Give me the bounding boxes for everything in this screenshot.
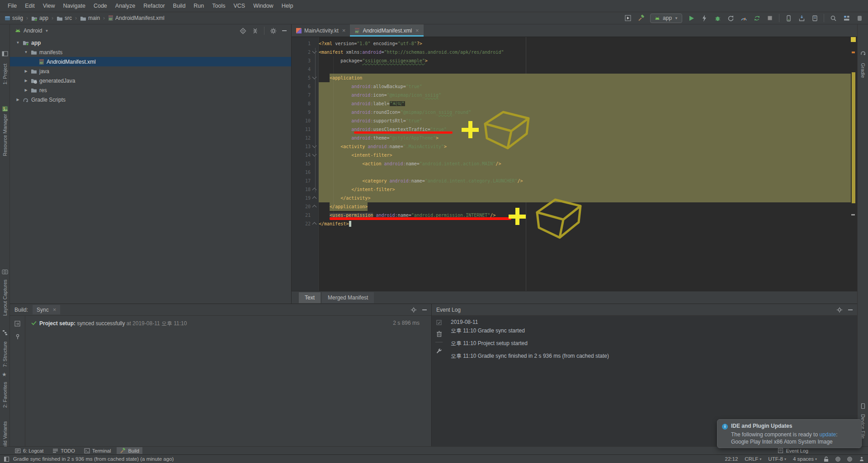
tree-item-res[interactable]: ▶res [10, 85, 291, 95]
gear-icon[interactable] [410, 307, 417, 313]
profiler-icon[interactable] [740, 14, 748, 22]
editor-tab-androidmanifest-xml[interactable]: MFAndroidManifest.xml× [350, 24, 423, 37]
tool-window-switcher-icon[interactable] [4, 456, 9, 462]
gear-icon[interactable] [836, 307, 843, 313]
close-icon[interactable]: × [342, 27, 346, 34]
event-log-entry[interactable]: 오후 11:10 Project setup started [451, 340, 609, 348]
code-line-18[interactable]: </intent-filter> [319, 185, 851, 194]
tree-collapsed-arrow[interactable]: ▶ [15, 98, 20, 102]
breadcrumb-item[interactable]: ssiig [5, 15, 23, 21]
sidebar-item-project[interactable]: 1: Project [2, 64, 8, 84]
sidebar-item-gradle[interactable]: Gradle [860, 63, 866, 78]
pin-icon[interactable] [14, 333, 21, 340]
project-view-selector[interactable]: Android [24, 28, 42, 34]
gear-icon[interactable] [270, 28, 277, 34]
menu-tools[interactable]: Tools [208, 3, 229, 9]
code-line-8[interactable]: android:label="씨익" [319, 99, 851, 108]
scrollbar-change-marker[interactable] [851, 37, 856, 42]
status-message[interactable]: Gradle sync finished in 2 s 936 ms (from… [13, 456, 174, 462]
reader-mode-icon[interactable] [859, 456, 864, 462]
breadcrumb-item[interactable]: main [80, 15, 100, 21]
tree-item-androidmanifest-xml[interactable]: MFAndroidManifest.xml [10, 57, 291, 66]
close-icon[interactable]: × [53, 306, 57, 313]
code-line-17[interactable]: <category android:name="android.intent.c… [319, 177, 851, 185]
code-line-3[interactable]: package="ssiigcom.ssiigexample"> [319, 56, 851, 65]
breadcrumb-item[interactable]: app [31, 15, 48, 21]
lock-icon[interactable] [824, 456, 829, 462]
menu-vcs[interactable]: VCS [229, 3, 249, 9]
resource-manager-icon[interactable] [2, 106, 8, 112]
search-everywhere-icon[interactable] [829, 14, 837, 22]
menu-help[interactable]: Help [278, 3, 297, 9]
build-hammer-icon[interactable] [637, 14, 645, 22]
stop-icon[interactable] [766, 14, 774, 22]
scrollbar-caret-marker[interactable] [851, 214, 855, 215]
fold-collapse-icon[interactable] [312, 144, 317, 149]
event-log-entry[interactable]: 오후 11:10 Gradle sync finished in 2 s 936… [451, 352, 609, 360]
tree-item-manifests[interactable]: ▼manifests [10, 47, 291, 57]
tree-item-java[interactable]: ▶java [10, 66, 291, 76]
device-file-tool-icon[interactable] [860, 403, 866, 409]
run-icon[interactable] [687, 14, 695, 22]
code-editor-area[interactable]: 12345678910111213141516171819202122 <?xm… [292, 37, 857, 291]
code-line-5[interactable]: <application [319, 74, 851, 82]
apply-changes-icon[interactable] [700, 14, 708, 22]
tree-expanded-arrow[interactable]: ▼ [15, 41, 20, 45]
wrench-icon[interactable] [436, 347, 442, 354]
code-line-6[interactable]: android:allowBackup="true" [319, 82, 851, 91]
sidebar-item-layout-captures[interactable]: Layout Captures [2, 280, 8, 316]
fold-expand-icon[interactable] [312, 204, 317, 209]
trash-icon[interactable] [436, 331, 442, 337]
hide-panel-icon[interactable] [282, 30, 287, 31]
tree-item-generatedjava[interactable]: ▶generatedJava [10, 76, 291, 85]
editor-tab-mainactivity-kt[interactable]: MainActivity.kt× [292, 24, 350, 37]
fold-expand-icon[interactable] [312, 221, 317, 226]
debug-icon[interactable] [713, 14, 722, 22]
gradle-tool-icon[interactable] [860, 50, 866, 56]
gradle-daemon-status-icon[interactable] [835, 457, 840, 462]
run-configuration-select[interactable]: app ▼ [650, 14, 682, 23]
project-tool-icon[interactable] [2, 51, 8, 57]
menu-navigate[interactable]: Navigate [59, 3, 90, 9]
tool-window-button-todo[interactable]: TODO [49, 447, 78, 454]
sync-gradle-icon[interactable] [753, 14, 761, 22]
tool-window-button-6-logcat[interactable]: 6: Logcat [12, 447, 47, 454]
hide-panel-icon[interactable] [422, 309, 427, 310]
tree-expanded-arrow[interactable]: ▼ [24, 50, 28, 54]
encoding-selector[interactable]: UTF-8▾ [768, 456, 786, 462]
code-line-10[interactable]: android:supportsRtl="true" [319, 117, 851, 125]
menu-window[interactable]: Window [249, 3, 277, 9]
menu-run[interactable]: Run [189, 3, 208, 9]
breadcrumb-item[interactable]: MFAndroidManifest.xml [108, 15, 165, 21]
notifications-icon[interactable] [855, 14, 863, 22]
tool-window-button-terminal[interactable]: Terminal [81, 447, 114, 454]
code-line-7[interactable]: android:icon="@mipmap/icon_ssiig" [319, 91, 851, 99]
fold-collapse-icon[interactable] [312, 75, 317, 80]
code-line-12[interactable]: android:theme="@style/AppTheme"> [319, 134, 851, 142]
tool-window-button-event-log[interactable]: Event Log [778, 448, 808, 454]
hide-panel-icon[interactable] [848, 309, 853, 310]
code-line-1[interactable]: <?xml version="1.0" encoding="utf-8"?> [319, 39, 851, 48]
close-icon[interactable]: × [415, 27, 419, 34]
menu-analyze[interactable]: Analyze [111, 3, 139, 9]
layout-captures-icon[interactable] [2, 268, 8, 275]
menu-file[interactable]: File [4, 3, 21, 9]
tab-sync[interactable]: Sync × [33, 305, 60, 314]
tree-collapsed-arrow[interactable]: ▶ [24, 69, 28, 73]
code-line-9[interactable]: android:roundIcon="@mipmap/icon_ssiig_ro… [319, 108, 851, 117]
menu-edit[interactable]: Edit [21, 3, 39, 9]
show-output-icon[interactable] [14, 320, 21, 327]
attach-debugger-icon[interactable] [726, 14, 735, 22]
menu-view[interactable]: View [39, 3, 59, 9]
avd-manager-icon[interactable] [784, 14, 793, 22]
menu-refactor[interactable]: Refactor [139, 3, 169, 9]
fold-collapse-icon[interactable] [312, 153, 317, 158]
event-log-entry[interactable]: 오후 11:10 Gradle sync started [451, 327, 609, 335]
update-link[interactable]: update [819, 431, 836, 438]
event-log-entry[interactable]: 2019-08-11 [451, 319, 609, 327]
tool-window-button-build[interactable]: Build [117, 447, 142, 454]
breadcrumb-item[interactable]: src [57, 15, 72, 21]
code-line-13[interactable]: <activity android:name=".MainActivity"> [319, 142, 851, 151]
tree-collapsed-arrow[interactable]: ▶ [24, 79, 28, 83]
code-line-15[interactable]: <action android:name="android.intent.act… [319, 159, 851, 168]
